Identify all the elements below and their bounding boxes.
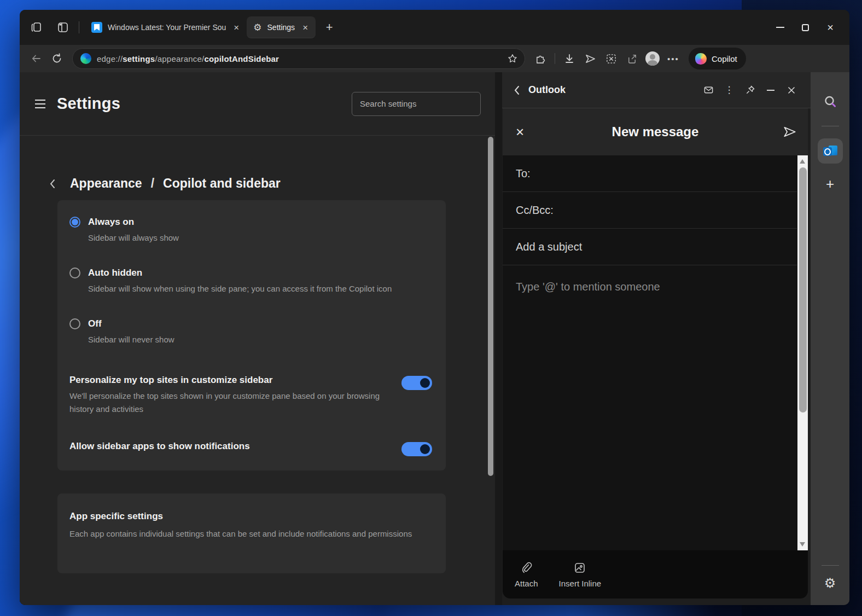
close-window-button[interactable]: × xyxy=(818,10,843,45)
panel-minimize-icon[interactable] xyxy=(762,82,779,98)
compose-header: × New message xyxy=(503,108,808,155)
new-tab-button[interactable]: + xyxy=(320,18,339,37)
sidebar-app-strip: + ⚙ xyxy=(811,72,849,605)
favorites-star-icon[interactable] xyxy=(504,50,521,67)
address-bar[interactable]: edge://settings/appearance/copilotAndSid… xyxy=(72,48,525,69)
strip-divider xyxy=(822,126,839,126)
radio-off[interactable] xyxy=(69,318,80,329)
outlook-panel-header: Outlook ⋮ xyxy=(502,72,811,108)
minimize-button[interactable] xyxy=(767,10,793,45)
outlook-side-panel: Outlook ⋮ xyxy=(495,72,811,605)
option-label: Off xyxy=(88,318,102,329)
downloads-icon[interactable] xyxy=(561,50,578,67)
compose-scrollbar-thumb[interactable] xyxy=(799,167,807,412)
breadcrumb-separator: / xyxy=(150,176,155,191)
copilot-logo-icon xyxy=(695,53,707,65)
toggle-description: We'll personalize the top sites shown in… xyxy=(69,390,401,416)
settings-page-title: Settings xyxy=(57,95,120,113)
url-text: edge://settings/appearance/copilotAndSid… xyxy=(97,54,498,63)
outlook-app-button[interactable] xyxy=(818,138,843,164)
insert-inline-button[interactable]: Insert Inline xyxy=(559,561,602,588)
new-message-compose: × New message To: Cc/Bcc: Add a subject … xyxy=(503,108,808,598)
add-sidebar-app-button[interactable]: + xyxy=(826,176,834,193)
toggle-label: Personalize my top sites in customize si… xyxy=(69,375,401,386)
search-icon[interactable] xyxy=(818,90,842,114)
sidebar-notifications-toggle[interactable] xyxy=(401,442,432,456)
attach-label: Attach xyxy=(515,579,538,588)
app-specific-description: Each app contains individual settings th… xyxy=(69,527,425,541)
tab-close-icon[interactable]: × xyxy=(231,23,241,32)
settings-scrollbar-thumb[interactable] xyxy=(488,137,493,476)
breadcrumb-back-icon[interactable] xyxy=(48,178,57,190)
share-icon[interactable] xyxy=(623,50,640,67)
to-field[interactable]: To: xyxy=(503,155,797,192)
windows-latest-favicon xyxy=(91,22,102,33)
compose-close-icon[interactable]: × xyxy=(516,124,524,141)
panel-back-icon[interactable] xyxy=(513,85,521,96)
settings-menu-icon[interactable] xyxy=(35,96,51,112)
radio-auto-hidden[interactable] xyxy=(69,268,80,278)
panel-more-icon[interactable]: ⋮ xyxy=(721,82,737,98)
tab-actions-icon[interactable] xyxy=(54,18,72,37)
tab-windows-latest[interactable]: Windows Latest: Your Premier Sou × xyxy=(85,16,247,38)
breadcrumb-parent[interactable]: Appearance xyxy=(70,176,142,191)
tab-strip: Windows Latest: Your Premier Sou × ⚙ Set… xyxy=(20,10,849,45)
extensions-icon[interactable] xyxy=(532,50,549,67)
sidebar-settings-gear-icon[interactable]: ⚙ xyxy=(824,576,836,591)
message-body-field[interactable]: Type '@' to mention someone xyxy=(503,265,797,308)
toggle-row-notifications: Allow sidebar apps to show notifications xyxy=(69,441,432,456)
refresh-icon[interactable] xyxy=(48,50,66,67)
option-auto-hidden[interactable]: Auto hidden Sidebar will show when using… xyxy=(69,268,432,295)
sidebar-settings-card: Always on Sidebar will always show Auto … xyxy=(57,200,446,470)
attach-button[interactable]: Attach xyxy=(515,561,538,588)
toolbar-separator xyxy=(555,53,555,64)
app-specific-settings-card: App specific settings Each app contains … xyxy=(57,493,446,573)
radio-always-on[interactable] xyxy=(69,217,80,228)
tab-close-icon[interactable]: × xyxy=(300,23,310,32)
search-settings-input[interactable] xyxy=(352,92,481,116)
settings-header: Settings xyxy=(20,72,495,136)
scroll-up-icon[interactable] xyxy=(800,159,805,164)
tab-title: Settings xyxy=(267,23,295,32)
compose-actions-bar: Attach Insert Inline xyxy=(503,550,808,598)
more-menu-icon[interactable]: ••• xyxy=(665,50,682,67)
profile-avatar[interactable] xyxy=(644,50,661,67)
screenshot-icon[interactable] xyxy=(602,50,620,67)
panel-title: Outlook xyxy=(528,84,566,96)
settings-page: Settings Appearance / Copilot and sideba… xyxy=(20,72,495,605)
strip-divider-bottom xyxy=(822,565,839,566)
option-off[interactable]: Off Sidebar will never show xyxy=(69,318,432,346)
tab-title: Windows Latest: Your Premier Sou xyxy=(108,23,226,32)
scroll-down-icon[interactable] xyxy=(800,542,805,547)
window-controls: × xyxy=(767,10,849,45)
subject-field[interactable]: Add a subject xyxy=(503,229,797,265)
back-icon[interactable] xyxy=(27,50,45,67)
toggle-row-personalize: Personalize my top sites in customize si… xyxy=(69,375,432,416)
compose-scrollbar[interactable] xyxy=(797,155,808,550)
mail-icon[interactable] xyxy=(700,82,717,98)
maximize-button[interactable] xyxy=(793,10,818,45)
tab-settings[interactable]: ⚙ Settings × xyxy=(247,16,316,38)
send-icon[interactable] xyxy=(783,125,797,139)
option-description: Sidebar will never show xyxy=(88,333,432,346)
settings-tab-gear-icon: ⚙ xyxy=(253,23,261,32)
workspaces-icon[interactable] xyxy=(27,18,46,37)
toggle-label: Allow sidebar apps to show notifications xyxy=(69,441,401,452)
personalize-top-sites-toggle[interactable] xyxy=(401,376,432,390)
send-to-devices-icon[interactable] xyxy=(581,50,599,67)
cc-bcc-field[interactable]: Cc/Bcc: xyxy=(503,192,797,229)
copilot-label: Copilot xyxy=(712,54,737,63)
option-always-on[interactable]: Always on Sidebar will always show xyxy=(69,217,432,245)
pin-icon[interactable] xyxy=(742,82,758,98)
tabstrip-separator xyxy=(79,21,79,33)
option-label: Auto hidden xyxy=(88,268,142,278)
copilot-button[interactable]: Copilot xyxy=(689,48,746,69)
breadcrumb: Appearance / Copilot and sidebar xyxy=(48,176,465,191)
outlook-logo-icon xyxy=(823,144,837,158)
option-label: Always on xyxy=(88,217,134,228)
navigation-toolbar: edge://settings/appearance/copilotAndSid… xyxy=(20,45,849,72)
option-description: Sidebar will always show xyxy=(88,231,432,245)
compose-title: New message xyxy=(612,124,699,140)
panel-close-icon[interactable] xyxy=(783,82,800,98)
edge-favicon xyxy=(80,53,91,64)
